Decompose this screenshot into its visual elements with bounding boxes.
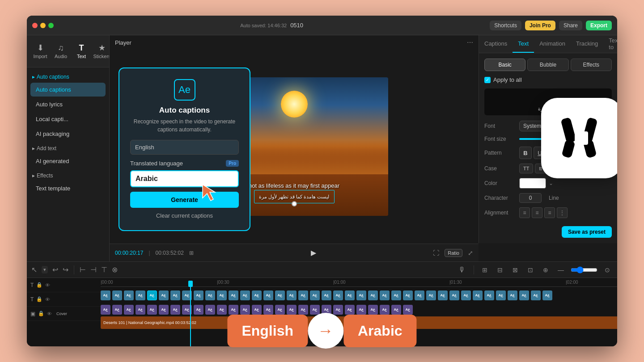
list-item[interactable]: Aع: [438, 290, 448, 300]
list-item[interactable]: Aع: [380, 290, 390, 300]
list-item[interactable]: Aع: [240, 290, 250, 300]
color-dropdown-icon[interactable]: ⌄: [549, 180, 553, 186]
list-item[interactable]: Aع: [194, 290, 203, 300]
list-item[interactable]: Aع: [101, 305, 110, 315]
align-left-button[interactable]: ≡: [519, 207, 530, 218]
align-center-button[interactable]: ≡: [532, 207, 542, 218]
minimize-button[interactable]: [40, 23, 46, 28]
tl-icon3[interactable]: ⊠: [510, 265, 521, 275]
align-right-button[interactable]: ≡: [544, 207, 555, 218]
toolbar-text[interactable]: T Text: [72, 41, 91, 62]
list-item[interactable]: Aع: [508, 290, 517, 300]
tl-icon4[interactable]: ⊡: [525, 265, 536, 275]
clear-captions-button[interactable]: Clear current captions: [130, 212, 239, 219]
track-eye-icon1[interactable]: 👁: [45, 282, 50, 288]
close-button[interactable]: [32, 23, 38, 28]
save-preset-button[interactable]: Save as preset: [562, 226, 612, 238]
list-item[interactable]: Aع: [368, 290, 378, 300]
list-item[interactable]: Aع: [159, 305, 169, 315]
list-item[interactable]: Aع: [147, 305, 157, 315]
split-button[interactable]: ⊢: [80, 265, 86, 274]
apply-all-checkbox[interactable]: ✓: [484, 77, 491, 83]
tab-text[interactable]: Text: [513, 35, 534, 53]
split-right-button[interactable]: ⊣: [90, 265, 97, 274]
sidebar-item-ai-packaging[interactable]: AI packaging: [30, 127, 106, 141]
list-item[interactable]: Aع: [194, 305, 203, 315]
track-lock-icon3[interactable]: 🔒: [38, 311, 44, 316]
list-item[interactable]: Aع: [322, 290, 331, 300]
list-item[interactable]: Aع: [124, 305, 134, 315]
play-button[interactable]: ▶: [307, 247, 320, 259]
sidebar-item-local-captions[interactable]: Local capti...: [30, 112, 106, 126]
tl-fit-button[interactable]: ⊙: [602, 265, 613, 275]
tab-text-to[interactable]: Text-to: [603, 35, 617, 53]
track-eye-icon2[interactable]: 👁: [45, 297, 50, 302]
split-both-button[interactable]: ⊤: [101, 265, 107, 274]
expand-button[interactable]: ⤢: [468, 249, 473, 257]
list-item[interactable]: Aع: [263, 290, 273, 300]
auto-captions-header[interactable]: ▸ Auto captions: [30, 71, 106, 83]
style-tab-basic[interactable]: Basic: [484, 59, 525, 71]
mic-button[interactable]: 🎙: [456, 264, 468, 276]
list-item[interactable]: Aع: [112, 290, 122, 300]
effects-header[interactable]: ▸ Effects: [30, 170, 106, 181]
sidebar-item-text-template[interactable]: Text template: [30, 181, 106, 195]
list-item[interactable]: Aع: [275, 290, 285, 300]
toolbar-audio[interactable]: ♫ Audio: [51, 41, 71, 62]
list-item[interactable]: Aع: [461, 290, 471, 300]
arabic-language-input[interactable]: Arabic: [130, 170, 239, 187]
list-item[interactable]: Aع: [484, 290, 494, 300]
zoom-slider[interactable]: [571, 266, 597, 274]
list-item[interactable]: Aع: [356, 290, 366, 300]
delete-button[interactable]: ⊗: [112, 265, 118, 274]
style-tab-effects[interactable]: Effects: [571, 59, 612, 71]
track-eye-icon3[interactable]: 👁: [47, 311, 52, 316]
track-lock-icon1[interactable]: 🔒: [36, 282, 42, 288]
list-item[interactable]: Aع: [391, 290, 401, 300]
tl-icon5[interactable]: ⊕: [540, 265, 551, 275]
share-button[interactable]: Share: [559, 21, 582, 30]
case-uppercase[interactable]: TT: [519, 164, 533, 173]
player-menu-icon[interactable]: ⋯: [467, 39, 473, 46]
cursor-tool-button[interactable]: ↖: [31, 265, 37, 274]
list-item[interactable]: Aع: [287, 290, 297, 300]
sidebar-item-auto-captions[interactable]: Auto captions: [30, 83, 106, 97]
list-item[interactable]: Aع: [112, 305, 122, 315]
list-item[interactable]: Aع: [170, 305, 180, 315]
list-item[interactable]: Aع: [205, 305, 215, 315]
tab-animation[interactable]: Animation: [534, 35, 571, 53]
export-button[interactable]: Export: [586, 21, 612, 30]
list-item[interactable]: Aع: [449, 290, 459, 300]
list-item[interactable]: Aع: [217, 290, 227, 300]
cursor-mode-dropdown[interactable]: ▾: [42, 266, 48, 274]
maximize-button[interactable]: [48, 23, 54, 28]
tab-captions[interactable]: Captions: [479, 35, 513, 53]
list-item[interactable]: Aع: [426, 290, 436, 300]
track-lock-icon2[interactable]: 🔒: [36, 296, 42, 302]
list-item[interactable]: Aع: [310, 290, 320, 300]
ratio-button[interactable]: Ratio: [445, 249, 462, 257]
bold-button[interactable]: B: [519, 147, 532, 159]
tl-icon1[interactable]: ⊞: [479, 265, 490, 275]
list-item[interactable]: Aع: [124, 290, 134, 300]
list-item[interactable]: Aع: [519, 290, 529, 300]
list-item[interactable]: Aع: [415, 290, 424, 300]
subtitle-handle[interactable]: [254, 190, 335, 203]
list-item[interactable]: Aع: [101, 290, 110, 300]
list-item[interactable]: Aع: [298, 290, 308, 300]
color-swatch[interactable]: [519, 178, 546, 189]
list-item[interactable]: Aع: [252, 290, 262, 300]
shortcuts-button[interactable]: Shortcuts: [490, 21, 521, 30]
list-item[interactable]: Aع: [496, 290, 506, 300]
generate-button[interactable]: Generate: [130, 192, 239, 208]
list-item[interactable]: Aع: [205, 290, 215, 300]
align-justify-button[interactable]: ⋮: [557, 207, 568, 218]
sidebar-item-ai-generated[interactable]: AI generated: [30, 154, 106, 168]
list-item[interactable]: Aع: [147, 290, 157, 300]
list-item[interactable]: Aع: [170, 290, 180, 300]
join-pro-button[interactable]: Join Pro: [525, 21, 555, 30]
list-item[interactable]: Aع: [159, 290, 169, 300]
sidebar-item-auto-lyrics[interactable]: Auto lyrics: [30, 97, 106, 111]
list-item[interactable]: Aع: [217, 305, 227, 315]
undo-button[interactable]: ↩: [52, 265, 58, 274]
